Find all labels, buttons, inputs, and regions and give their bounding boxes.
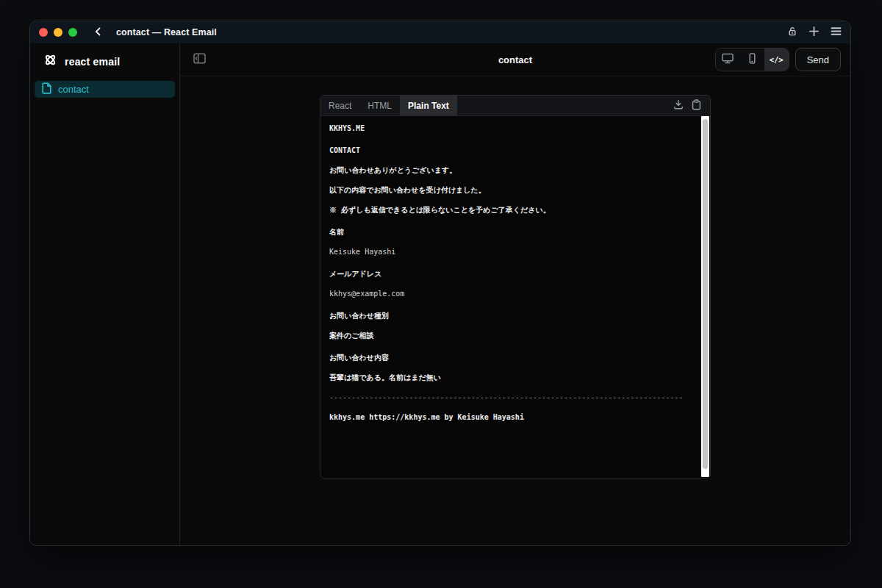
download-icon [673, 99, 684, 112]
email-line: お問い合わせ種別 [329, 310, 688, 321]
email-line: お問い合わせありがとうございます。 [329, 165, 688, 176]
sidebar-item-label: contact [58, 84, 89, 95]
hamburger-menu-icon [831, 26, 842, 38]
window-controls [39, 28, 77, 37]
titlebar: contact — React Email [30, 21, 850, 43]
email-line: KKHYS.ME [329, 123, 688, 134]
email-line: CONTACT [329, 145, 688, 156]
email-line: 以下の内容でお問い合わせを受け付けました。 [329, 184, 688, 196]
email-line: メールアドレス [329, 268, 688, 279]
email-line: 案件のご相談 [329, 330, 688, 341]
email-line: Keisuke Hayashi [329, 246, 688, 257]
sidebar-item-contact[interactable]: contact [35, 81, 175, 98]
app-logo: react email [35, 53, 175, 81]
tab-plain-text[interactable]: Plain Text [400, 96, 457, 115]
topbar: contact [180, 43, 850, 76]
email-line: 名前 [329, 226, 688, 237]
app-body: react email contact [30, 43, 850, 545]
email-line: お問い合わせ内容 [329, 352, 688, 363]
sidebar: react email contact [30, 43, 180, 545]
close-window-button[interactable] [39, 28, 48, 37]
new-tab-button[interactable] [808, 26, 820, 39]
email-footer-line: kkhys.me https://kkhys.me by Keisuke Hay… [329, 412, 688, 423]
file-icon [42, 82, 51, 96]
page-title: contact [498, 54, 532, 65]
code-view-button[interactable]: </> [764, 49, 789, 71]
plus-icon [808, 26, 820, 39]
email-divider: ----------------------------------------… [329, 392, 688, 403]
scrollbar[interactable] [701, 116, 709, 477]
copy-button[interactable] [692, 99, 701, 112]
main-area: contact [180, 43, 850, 545]
desktop-view-button[interactable] [716, 49, 740, 71]
unlock-icon [787, 26, 797, 39]
code-icon: </> [770, 55, 784, 64]
logo-label: react email [65, 56, 120, 68]
email-line: 吾輩は猫である。名前はまだ無い [329, 372, 688, 383]
content-area: React HTML Plain Text [180, 76, 850, 545]
titlebar-actions [787, 26, 842, 39]
tab-react[interactable]: React [320, 96, 359, 115]
back-icon [93, 26, 103, 39]
clipboard-icon [692, 99, 701, 112]
collapse-sidebar-button[interactable] [193, 53, 206, 66]
email-plain-text: KKHYS.ME CONTACT お問い合わせありがとうございます。 以下の内容… [320, 116, 710, 478]
send-button[interactable]: Send [795, 48, 841, 71]
menu-button[interactable] [831, 26, 842, 38]
zoom-window-button[interactable] [68, 28, 77, 37]
preview-tabbar: React HTML Plain Text [320, 96, 710, 116]
preview-actions [673, 96, 710, 115]
phone-icon [747, 53, 758, 66]
email-preview-panel: React HTML Plain Text [320, 95, 711, 478]
lock-button[interactable] [787, 26, 797, 39]
app-window: contact — React Email [29, 21, 851, 546]
react-email-logo-icon [43, 53, 57, 70]
email-line: ※ 必ずしも返信できるとは限らないことを予めご了承ください。 [329, 204, 688, 215]
scrollbar-thumb[interactable] [703, 119, 708, 469]
topbar-actions: </> Send [715, 48, 841, 71]
mobile-view-button[interactable] [740, 49, 764, 71]
desktop-background: contact — React Email [0, 0, 882, 588]
monitor-icon [722, 53, 734, 66]
back-button[interactable] [93, 26, 103, 39]
collapse-sidebar-icon [193, 53, 206, 66]
minimize-window-button[interactable] [54, 28, 62, 37]
email-line: kkhys@example.com [329, 288, 688, 299]
window-title: contact — React Email [116, 27, 217, 37]
viewport-toggle: </> [715, 48, 789, 71]
download-button[interactable] [673, 99, 684, 112]
tab-html[interactable]: HTML [359, 96, 400, 115]
